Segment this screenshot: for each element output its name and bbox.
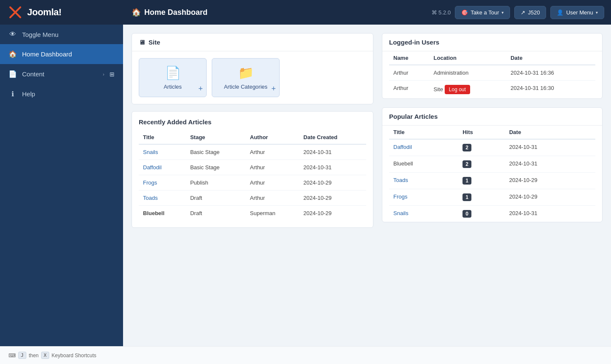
recently-added-table: Title Stage Author Date Created SnailsBa… [139, 131, 366, 221]
key-j: J [18, 352, 26, 359]
article-link[interactable]: Frogs [143, 179, 157, 186]
table-row: Daffodil22024-10-31 [389, 139, 595, 156]
hits-cell: 1 [458, 189, 505, 206]
then-text: then [29, 353, 39, 358]
stage-cell: Draft [186, 190, 246, 206]
table-row: DaffodilBasic StageArthur2024-10-31 [139, 160, 366, 175]
chevron-down-icon: ▾ [596, 10, 598, 15]
user-name-cell: Arthur [389, 81, 429, 99]
add-article-icon[interactable]: + [198, 84, 203, 93]
joomla-logo-icon [7, 4, 24, 21]
article-link[interactable]: Snails [143, 149, 158, 155]
popular-title-cell[interactable]: Frogs [389, 189, 458, 206]
popular-articles-panel: Popular Articles Title Hits Date Daffodi… [382, 107, 603, 222]
logo-text: Joomla! [27, 7, 62, 18]
table-row: Bluebell22024-10-31 [389, 156, 595, 173]
help-icon: ℹ [8, 90, 17, 98]
main-layout: 👁 Toggle Menu 🏠 Home Dashboard 📄 Content… [0, 25, 611, 346]
popular-date-cell: 2024-10-31 [505, 156, 595, 173]
keyboard-shortcuts-label: Keyboard Shortcuts [52, 353, 96, 358]
logo-area: Joomla! [7, 4, 126, 21]
article-title-cell[interactable]: Daffodil [139, 160, 186, 175]
stage-cell: Basic Stage [186, 144, 246, 160]
hits-badge: 1 [462, 177, 471, 185]
date-cell: 2024-10-31 16:36 [506, 65, 595, 81]
col-location: Location [429, 51, 506, 65]
site-panel-header: 🖥 Site [132, 34, 373, 51]
table-row: Frogs12024-10-29 [389, 189, 595, 206]
popular-article-link[interactable]: Frogs [393, 193, 407, 200]
sidebar: 👁 Toggle Menu 🏠 Home Dashboard 📄 Content… [0, 25, 123, 346]
logged-in-users-panel: Logged-in Users Name Location Date Arthu… [382, 33, 603, 99]
hits-badge: 2 [462, 144, 471, 151]
articles-shortcut[interactable]: 📄 Articles + [139, 58, 207, 97]
col-date: Date [506, 51, 595, 65]
popular-article-link[interactable]: Daffodil [393, 144, 412, 150]
popular-date-cell: 2024-10-31 [505, 206, 595, 222]
article-title-cell[interactable]: Frogs [139, 175, 186, 190]
table-row: FrogsPublishArthur2024-10-29 [139, 175, 366, 190]
topbar: Joomla! 🏠 Home Dashboard ⌘ 5.2.0 🎯 Take … [0, 0, 611, 25]
take-tour-button[interactable]: 🎯 Take a Tour ▾ [455, 6, 510, 19]
location-cell: Site Log out [429, 81, 506, 99]
table-row: BluebellDraftSuperman2024-10-29 [139, 206, 366, 221]
article-title-cell[interactable]: Toads [139, 190, 186, 206]
author-cell: Arthur [246, 190, 299, 206]
col-title: Title [139, 131, 186, 144]
site-panel: 🖥 Site 📄 Articles + 📁 Article Categories… [132, 33, 373, 104]
logout-button[interactable]: Log out [445, 85, 470, 94]
hits-badge: 2 [462, 160, 471, 168]
col-title: Title [389, 126, 458, 139]
logged-in-header-row: Name Location Date [389, 51, 595, 65]
popular-articles-table: Title Hits Date Daffodil22024-10-31Blueb… [389, 126, 595, 222]
col-date-created: Date Created [299, 131, 366, 144]
table-row: ToadsDraftArthur2024-10-29 [139, 190, 366, 206]
date-created-cell: 2024-10-29 [299, 175, 366, 190]
article-link[interactable]: Daffodil [143, 164, 162, 171]
article-title-cell[interactable]: Snails [139, 144, 186, 160]
home-icon: 🏠 [132, 8, 141, 17]
j520-button[interactable]: ↗ J520 [514, 6, 546, 19]
author-cell: Arthur [246, 144, 299, 160]
col-hits: Hits [458, 126, 505, 139]
table-row: ArthurAdministration2024-10-31 16:36 [389, 65, 595, 81]
popular-date-cell: 2024-10-29 [505, 189, 595, 206]
content-icon: 📄 [8, 70, 17, 78]
key-x: X [41, 352, 49, 359]
col-name: Name [389, 51, 429, 65]
sidebar-item-home-dashboard[interactable]: 🏠 Home Dashboard [0, 44, 123, 64]
categories-label: Article Categories [224, 84, 268, 90]
table-row: SnailsBasic StageArthur2024-10-31 [139, 144, 366, 160]
popular-title-cell: Bluebell [389, 156, 458, 173]
sidebar-item-content[interactable]: 📄 Content › ⊞ [0, 64, 123, 84]
articles-icon: 📄 [165, 65, 181, 80]
add-category-icon[interactable]: + [271, 84, 276, 93]
col-stage: Stage [186, 131, 246, 144]
recently-added-title: Recently Added Articles [139, 118, 366, 126]
topbar-right: ⌘ 5.2.0 🎯 Take a Tour ▾ ↗ J520 👤 User Me… [432, 6, 604, 19]
popular-article-link[interactable]: Snails [393, 210, 408, 216]
table-row: Snails02024-10-31 [389, 206, 595, 222]
sidebar-item-help[interactable]: ℹ Help [0, 84, 123, 104]
recently-added-panel: Recently Added Articles Title Stage Auth… [132, 111, 373, 228]
date-created-cell: 2024-10-29 [299, 190, 366, 206]
location-cell: Administration [429, 65, 506, 81]
popular-title-cell[interactable]: Snails [389, 206, 458, 222]
hits-cell: 0 [458, 206, 505, 222]
popular-article-link[interactable]: Toads [393, 177, 408, 183]
popular-title-cell[interactable]: Daffodil [389, 139, 458, 156]
chevron-right-icon: › [103, 72, 104, 77]
eye-icon: 👁 [8, 31, 17, 38]
hits-badge: 0 [462, 210, 471, 218]
hits-cell: 2 [458, 156, 505, 173]
monitor-icon: 🖥 [139, 39, 145, 46]
hits-cell: 1 [458, 173, 505, 189]
date-cell: 2024-10-31 16:30 [506, 81, 595, 99]
sidebar-item-toggle-menu[interactable]: 👁 Toggle Menu [0, 25, 123, 44]
popular-title-cell[interactable]: Toads [389, 173, 458, 189]
article-categories-shortcut[interactable]: 📁 Article Categories + [212, 58, 280, 97]
article-link[interactable]: Toads [143, 195, 158, 201]
user-menu-button[interactable]: 👤 User Menu ▾ [550, 6, 604, 19]
date-created-cell: 2024-10-31 [299, 160, 366, 175]
chevron-down-icon: ▾ [502, 10, 504, 15]
